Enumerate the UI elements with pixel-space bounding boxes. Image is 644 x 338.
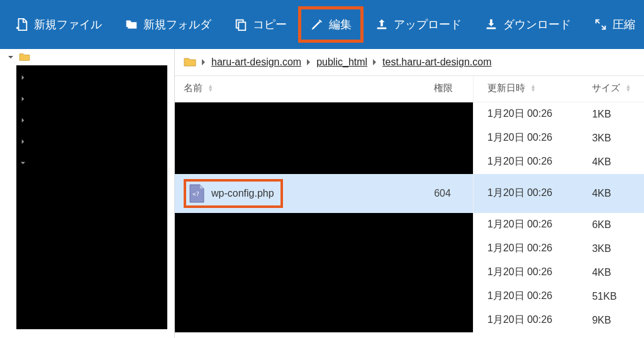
copy-icon (234, 18, 248, 31)
compress-button[interactable]: 圧縮 (582, 11, 644, 38)
file-date-cell: 1月20日 00:26 (474, 213, 581, 237)
redacted-cell (175, 126, 474, 150)
tree-redacted-area (16, 65, 167, 329)
file-date-cell: 1月20日 00:26 (474, 126, 581, 150)
svg-rect-1 (238, 22, 245, 30)
file-name-cell[interactable]: <?wp-config.php (175, 174, 428, 213)
chevron-right-icon[interactable] (20, 117, 26, 124)
table-row[interactable]: 1月20日 00:263KB (175, 126, 644, 150)
download-button[interactable]: ダウンロード (473, 11, 582, 38)
chevron-right-icon (372, 58, 377, 66)
file-size-cell: 4KB (580, 261, 644, 285)
file-size-cell: 1KB (580, 102, 644, 126)
edit-button[interactable]: 編集 (298, 6, 364, 43)
content-pane: haru-art-design.com public_html test.har… (175, 49, 644, 338)
file-name-label: wp-config.php (211, 188, 274, 199)
chevron-right-icon[interactable] (20, 95, 26, 103)
tree-root-item[interactable] (0, 49, 174, 65)
new-folder-label: 新規フォルダ (143, 17, 211, 32)
compress-label: 圧縮 (613, 17, 635, 32)
column-date[interactable]: 更新日時 ▲▼ (474, 76, 581, 102)
php-file-icon: <? (189, 184, 205, 203)
redacted-cell (175, 261, 474, 285)
table-header-row: 名前 ▲▼ 権限 更新日時 ▲▼ サイズ ▲▼ (175, 76, 644, 102)
table-row[interactable]: 1月20日 00:269KB (175, 308, 644, 332)
file-size-cell: 3KB (580, 126, 644, 150)
column-name-label: 名前 (184, 82, 203, 93)
breadcrumb: haru-art-design.com public_html test.har… (175, 49, 644, 76)
redacted-cell (175, 150, 474, 174)
breadcrumb-segment[interactable]: haru-art-design.com (211, 57, 301, 68)
redacted-cell (175, 308, 474, 332)
breadcrumb-segment[interactable]: test.haru-art-design.com (382, 57, 491, 68)
breadcrumb-segment[interactable]: public_html (316, 57, 367, 68)
redacted-cell (175, 285, 474, 308)
table-row[interactable]: 1月20日 00:2651KB (175, 285, 644, 308)
file-date-cell: 1月20日 00:26 (474, 237, 581, 261)
file-size-cell: 4KB (580, 174, 644, 213)
file-plus-icon (15, 18, 29, 31)
table-row[interactable]: 1月20日 00:264KB (175, 150, 644, 174)
chevron-right-icon (201, 58, 206, 66)
file-table: 名前 ▲▼ 権限 更新日時 ▲▼ サイズ ▲▼ (175, 76, 644, 338)
upload-label: アップロード (394, 17, 462, 32)
folder-plus-icon (125, 18, 138, 31)
column-size-label: サイズ (592, 82, 620, 93)
chevron-down-icon[interactable] (8, 54, 15, 60)
chevron-right-icon[interactable] (20, 138, 26, 146)
redacted-cell (175, 102, 474, 126)
chevron-right-icon (306, 58, 311, 66)
sidebar-tree (0, 49, 175, 338)
sort-icon: ▲▼ (626, 85, 631, 92)
table-row[interactable]: <?wp-config.php6041月20日 00:264KB (175, 174, 644, 213)
download-icon (484, 18, 498, 31)
file-size-cell: 51KB (580, 285, 644, 308)
file-perm-cell: 604 (428, 174, 473, 213)
folder-icon (19, 53, 30, 62)
file-date-cell: 1月20日 00:26 (474, 308, 581, 332)
edit-label: 編集 (329, 17, 352, 32)
svg-text:<?: <? (192, 191, 199, 197)
sort-icon: ▲▼ (208, 85, 213, 92)
compress-icon (594, 18, 608, 31)
copy-label: コピー (253, 17, 287, 32)
column-name[interactable]: 名前 ▲▼ (175, 76, 428, 102)
file-date-cell: 1月20日 00:26 (474, 285, 581, 308)
file-date-cell: 1月20日 00:26 (474, 102, 581, 126)
pencil-icon (310, 18, 324, 31)
column-size[interactable]: サイズ ▲▼ (580, 76, 644, 102)
file-size-cell: 6KB (580, 213, 644, 237)
file-date-cell: 1月20日 00:26 (474, 150, 581, 174)
table-row[interactable]: 1月20日 00:264KB (175, 261, 644, 285)
table-row[interactable]: 1月20日 00:266KB (175, 213, 644, 237)
column-permission[interactable]: 権限 (428, 76, 473, 102)
table-row[interactable]: 1月20日 00:261KB (175, 102, 644, 126)
file-name-highlight: <?wp-config.php (184, 179, 283, 208)
file-size-cell: 3KB (580, 237, 644, 261)
toolbar: 新規ファイル 新規フォルダ コピー 編集 アップロード ダウンロード 圧縮 (0, 0, 644, 49)
file-size-cell: 9KB (580, 308, 644, 332)
column-perm-label: 権限 (434, 82, 453, 93)
new-file-label: 新規ファイル (34, 17, 102, 32)
file-size-cell: 4KB (580, 150, 644, 174)
upload-icon (375, 18, 389, 31)
column-date-label: 更新日時 (487, 82, 525, 93)
new-file-button[interactable]: 新規ファイル (4, 11, 113, 38)
folder-icon (184, 57, 196, 67)
chevron-right-icon[interactable] (20, 74, 26, 82)
sort-icon: ▲▼ (530, 85, 536, 92)
file-date-cell: 1月20日 00:26 (474, 174, 581, 213)
redacted-cell (175, 213, 474, 237)
main-area: haru-art-design.com public_html test.har… (0, 49, 644, 338)
download-label: ダウンロード (503, 17, 571, 32)
file-date-cell: 1月20日 00:26 (474, 261, 581, 285)
upload-button[interactable]: アップロード (364, 11, 473, 38)
table-row[interactable]: 1月20日 00:263KB (175, 237, 644, 261)
copy-button[interactable]: コピー (223, 11, 298, 38)
chevron-down-icon[interactable] (20, 160, 26, 167)
redacted-cell (175, 237, 474, 261)
new-folder-button[interactable]: 新規フォルダ (113, 11, 223, 38)
